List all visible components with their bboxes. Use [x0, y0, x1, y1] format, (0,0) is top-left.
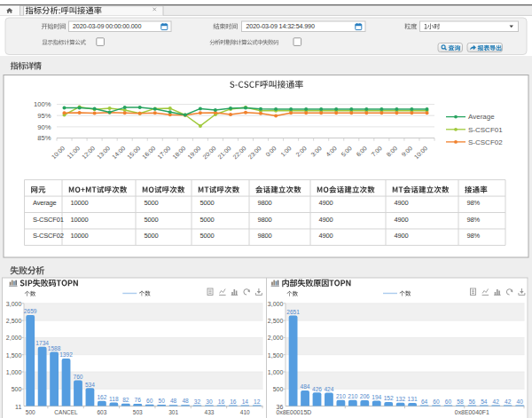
- svg-text:16: 16: [218, 398, 225, 405]
- svg-text:58: 58: [457, 398, 464, 405]
- svg-text:4900: 4900: [319, 232, 333, 240]
- svg-text:5000: 5000: [145, 232, 159, 240]
- svg-text:9800: 9800: [258, 199, 272, 207]
- svg-text:301: 301: [168, 409, 178, 415]
- svg-text:162: 162: [97, 394, 106, 400]
- svg-text:131: 131: [408, 396, 418, 402]
- svg-text:132: 132: [395, 396, 405, 402]
- svg-text:98%: 98%: [467, 199, 481, 207]
- svg-text:40: 40: [516, 398, 523, 405]
- svg-text:3,000: 3,000: [6, 301, 22, 307]
- svg-text:118: 118: [109, 396, 119, 402]
- svg-text:433: 433: [205, 409, 215, 415]
- svg-text:S-CSCF01: S-CSCF01: [468, 126, 503, 134]
- svg-text:1,000: 1,000: [6, 369, 22, 375]
- svg-text:64: 64: [421, 398, 428, 405]
- svg-text:S-CSCF01: S-CSCF01: [33, 216, 64, 224]
- svg-text:500: 500: [273, 386, 284, 392]
- svg-text:16: 16: [230, 398, 237, 405]
- svg-text:5000: 5000: [145, 199, 159, 207]
- svg-text:5000: 5000: [200, 232, 215, 240]
- svg-text:5000: 5000: [145, 216, 159, 224]
- svg-text:10000: 10000: [71, 216, 89, 224]
- svg-text:2020-03-09 00:00:00.000: 2020-03-09 00:00:00.000: [73, 22, 141, 30]
- svg-text:534: 534: [85, 382, 95, 388]
- svg-text:206: 206: [360, 393, 370, 399]
- svg-text:32: 32: [194, 398, 201, 405]
- svg-text:2,000: 2,000: [6, 335, 22, 341]
- svg-text:5000: 5000: [200, 199, 215, 207]
- svg-text:2651: 2651: [286, 309, 300, 315]
- svg-text:210: 210: [336, 393, 346, 399]
- svg-text:60: 60: [146, 398, 153, 404]
- svg-text:10000: 10000: [71, 199, 89, 207]
- svg-text:500: 500: [12, 386, 22, 392]
- svg-text:410: 410: [240, 409, 250, 415]
- svg-text:1588: 1588: [48, 345, 61, 351]
- svg-text:2,500: 2,500: [268, 318, 284, 324]
- svg-text:76: 76: [135, 397, 142, 403]
- svg-text:48: 48: [182, 398, 189, 404]
- svg-text:12: 12: [254, 398, 261, 405]
- svg-text:S-CSCF02: S-CSCF02: [33, 232, 64, 240]
- svg-text:54: 54: [481, 398, 488, 405]
- svg-text:0x8E00015D: 0x8E00015D: [276, 409, 311, 415]
- svg-text:56: 56: [469, 398, 476, 405]
- svg-text:1,500: 1,500: [268, 352, 284, 359]
- svg-text:10000: 10000: [71, 232, 89, 240]
- svg-text:2,500: 2,500: [6, 318, 22, 324]
- svg-text:426: 426: [312, 386, 322, 392]
- svg-text:30: 30: [206, 398, 213, 405]
- svg-text:503: 503: [133, 409, 143, 415]
- svg-text:S-CSCF02: S-CSCF02: [468, 138, 503, 146]
- svg-text:424: 424: [324, 386, 333, 392]
- svg-text:210: 210: [348, 393, 357, 399]
- svg-text:14: 14: [242, 398, 249, 405]
- svg-text:2020-03-09 14:32:54.990: 2020-03-09 14:32:54.990: [246, 22, 315, 30]
- svg-text:194: 194: [372, 394, 381, 400]
- svg-text:484: 484: [301, 383, 310, 390]
- svg-text:98%: 98%: [467, 232, 481, 240]
- svg-text:1,000: 1,000: [268, 369, 284, 375]
- svg-text:152: 152: [384, 395, 394, 401]
- svg-text:48: 48: [170, 398, 177, 404]
- svg-text:603: 603: [97, 409, 106, 415]
- svg-text:3,000: 3,000: [268, 301, 284, 307]
- svg-text:98%: 98%: [467, 216, 481, 224]
- svg-text:4900: 4900: [395, 216, 409, 224]
- svg-text:500: 500: [26, 409, 35, 415]
- svg-text:9800: 9800: [258, 216, 272, 224]
- svg-text:100%: 100%: [34, 100, 51, 108]
- svg-text:2,000: 2,000: [268, 335, 284, 341]
- svg-text:4900: 4900: [319, 216, 333, 224]
- svg-text:2659: 2659: [24, 308, 37, 314]
- svg-text:1,500: 1,500: [6, 352, 22, 359]
- svg-text:11: 11: [15, 404, 21, 410]
- svg-text:60: 60: [433, 398, 440, 405]
- svg-text:5000: 5000: [200, 216, 215, 224]
- svg-text:4900: 4900: [395, 199, 409, 207]
- svg-text:0x8E0040F1: 0x8E0040F1: [455, 409, 489, 415]
- svg-text:4900: 4900: [319, 199, 333, 207]
- svg-text:82: 82: [122, 397, 129, 403]
- svg-text:60: 60: [445, 398, 452, 405]
- svg-text:Average: Average: [33, 199, 56, 207]
- svg-text:Average: Average: [468, 113, 495, 121]
- svg-text:90%: 90%: [37, 123, 51, 131]
- svg-text:95%: 95%: [37, 112, 51, 120]
- svg-text:760: 760: [73, 374, 82, 380]
- svg-text:9800: 9800: [258, 232, 272, 240]
- svg-text:85%: 85%: [37, 134, 51, 142]
- svg-text:42: 42: [505, 398, 512, 405]
- svg-text:50: 50: [158, 398, 165, 404]
- svg-text:1392: 1392: [59, 351, 73, 358]
- svg-text:42: 42: [493, 398, 500, 405]
- svg-text:4900: 4900: [395, 232, 409, 240]
- svg-text:CANCEL: CANCEL: [54, 409, 78, 415]
